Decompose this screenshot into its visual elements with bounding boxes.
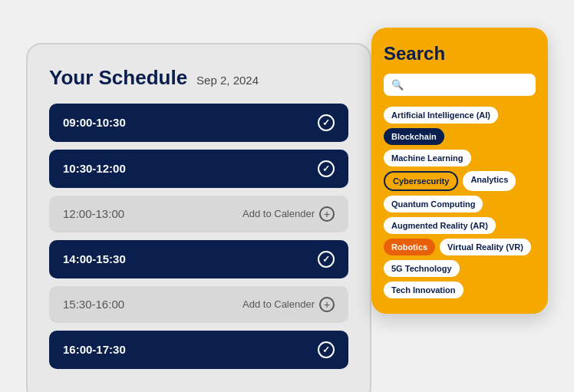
search-card: Search 🔍 Artificial Intelligence (AI)Blo… [371,28,548,314]
tag-robotics[interactable]: Robotics [384,239,435,255]
tag-tech-innovation[interactable]: Tech Innovation [384,282,463,298]
time-slot-3[interactable]: 12:00-13:00 Add to Calender + [49,196,348,232]
slot-1-time: 09:00-10:30 [63,116,126,129]
tag-quantum-computing[interactable]: Quantum Computing [384,196,483,212]
slot-4-time: 14:00-15:30 [63,252,126,265]
schedule-header: Your Schedule Sep 2, 2024 [49,66,348,90]
tag-blockchain[interactable]: Blockchain [384,128,444,145]
add-calendar-3[interactable]: Add to Calender + [242,206,335,222]
time-slot-4[interactable]: 14:00-15:30 ✓ [49,240,348,278]
add-calendar-label-5: Add to Calender [242,298,315,310]
time-slot-5[interactable]: 15:30-16:00 Add to Calender + [49,286,348,323]
time-slot-1[interactable]: 09:00-10:30 ✓ [49,104,348,142]
tag-cybersecurity[interactable]: Cybersecurity [384,171,458,191]
tags-container: Artificial Intelligence (AI)BlockchainMa… [384,107,536,298]
add-calendar-label-3: Add to Calender [242,208,315,219]
slot-3-time: 12:00-13:00 [63,207,124,220]
slot-5-time: 15:30-16:00 [63,298,124,311]
slot-6-time: 16:00-17:30 [63,343,126,356]
add-calendar-5[interactable]: Add to Calender + [242,297,335,312]
time-slot-6[interactable]: 16:00-17:30 ✓ [49,331,348,369]
slot-2-time: 10:30-12:00 [63,162,126,175]
add-calendar-icon-5: + [319,297,335,312]
tag-artificial-intelligence-ai[interactable]: Artificial Intelligence (AI) [384,107,498,124]
search-input-wrapper[interactable]: 🔍 [384,74,536,96]
tag-analytics[interactable]: Analytics [463,171,516,191]
search-icon: 🔍 [391,79,404,91]
schedule-date: Sep 2, 2024 [196,74,259,87]
add-calendar-icon-3: + [319,206,335,222]
search-title: Search [384,43,536,64]
schedule-card: Your Schedule Sep 2, 2024 09:00-10:30 ✓ … [26,43,371,393]
schedule-title: Your Schedule [49,66,187,90]
search-input[interactable] [408,79,528,91]
check-icon-4: ✓ [318,251,335,268]
tag-virtual-reality-vr[interactable]: Virtual Reality (VR) [440,239,531,255]
tag-augmented-reality-ar[interactable]: Augmented Reality (AR) [384,217,496,234]
tag-machine-learning[interactable]: Machine Learning [384,150,471,166]
check-icon-2: ✓ [318,160,335,177]
tag-5g-technology[interactable]: 5G Technology [384,260,460,277]
time-slot-2[interactable]: 10:30-12:00 ✓ [49,150,348,188]
scene: Your Schedule Sep 2, 2024 09:00-10:30 ✓ … [26,28,548,365]
check-icon-1: ✓ [318,114,335,131]
check-icon-6: ✓ [318,341,335,358]
